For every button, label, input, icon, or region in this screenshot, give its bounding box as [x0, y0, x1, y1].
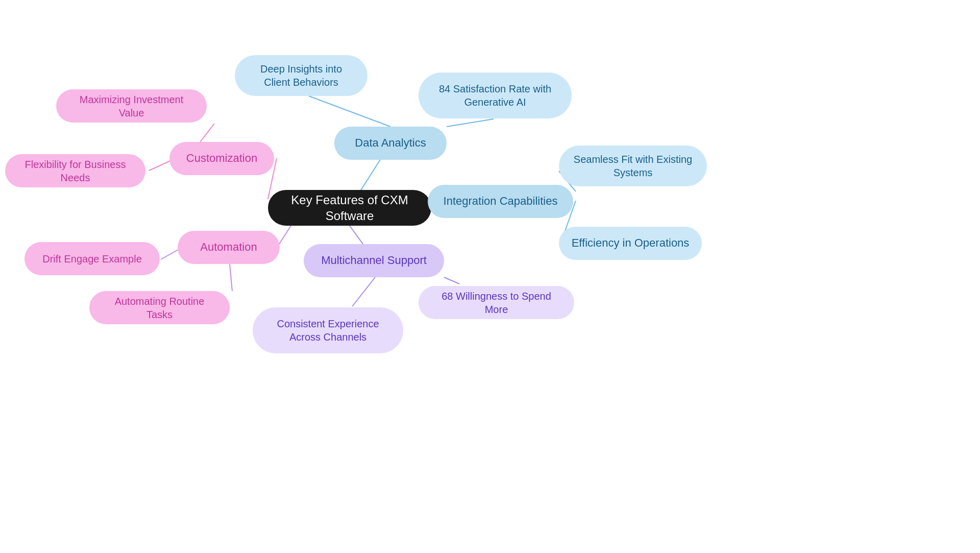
deep-insights-node: Deep Insights into Client Behaviors	[235, 55, 368, 96]
max-investment-node: Maximizing Investment Value	[56, 89, 207, 123]
flexibility-node: Flexibility for Business Needs	[5, 154, 145, 187]
svg-line-7	[200, 124, 214, 142]
svg-line-11	[230, 264, 232, 291]
satisfaction-rate-node: 84 Satisfaction Rate with Generative AI	[419, 73, 572, 118]
data-analytics-node: Data Analytics	[334, 127, 447, 160]
center-node: Key Features of CXM Software	[268, 190, 431, 226]
automation-node: Automation	[178, 231, 280, 264]
willingness-node: 68 Willingness to Spend More	[419, 286, 574, 319]
svg-line-13	[352, 277, 375, 306]
svg-line-14	[444, 277, 459, 284]
customization-node: Customization	[169, 142, 274, 175]
consistent-exp-node: Consistent Experience Across Channels	[253, 307, 403, 353]
automating-tasks-node: Automating Routine Tasks	[89, 291, 230, 324]
drift-engage-node: Drift Engage Example	[24, 242, 160, 275]
svg-line-2	[447, 119, 494, 127]
multichannel-node: Multichannel Support	[304, 244, 444, 277]
seamless-fit-node: Seamless Fit with Existing Systems	[559, 146, 707, 186]
svg-line-1	[309, 96, 390, 127]
integration-node: Integration Capabilities	[428, 185, 573, 218]
efficiency-node: Efficiency in Operations	[559, 227, 702, 260]
